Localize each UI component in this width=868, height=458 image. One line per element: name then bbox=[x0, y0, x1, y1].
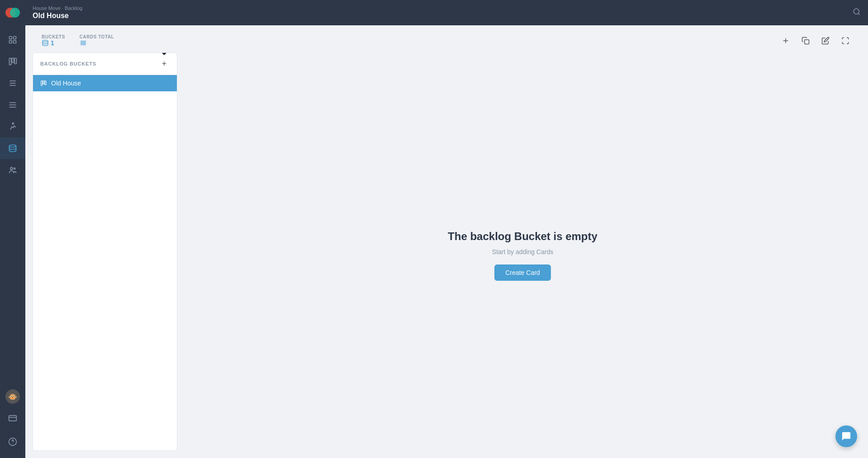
sidebar-item-list[interactable] bbox=[0, 72, 25, 94]
stat-buckets-value: 1 bbox=[42, 39, 54, 47]
toolbar bbox=[770, 29, 861, 52]
sidebar-item-activity[interactable] bbox=[0, 116, 25, 137]
empty-state-title: The backlog Bucket is empty bbox=[448, 230, 598, 243]
sidebar-item-team-settings[interactable] bbox=[0, 159, 25, 181]
add-bucket-tooltip: Add bucket bbox=[146, 52, 177, 53]
sidebar-item-backlog[interactable] bbox=[0, 137, 25, 159]
svg-rect-19 bbox=[9, 416, 17, 421]
top-area: BUCKETS 1 CARDS TOTAL bbox=[25, 25, 868, 52]
topbar-title: Old House bbox=[33, 11, 82, 20]
sidebar-item-dashboard[interactable] bbox=[0, 29, 25, 51]
bucket-item-name: Old House bbox=[51, 80, 170, 87]
create-card-button[interactable]: Create Card bbox=[494, 264, 550, 281]
add-card-button[interactable] bbox=[778, 33, 794, 49]
buckets-icon bbox=[42, 39, 49, 47]
svg-rect-31 bbox=[805, 40, 809, 44]
sidebar-item-help[interactable] bbox=[0, 431, 25, 453]
stat-cards-total: CARDS TOTAL bbox=[80, 34, 114, 47]
svg-rect-2 bbox=[9, 37, 12, 39]
bucket-item-icon bbox=[40, 80, 47, 86]
main-panel-empty: The backlog Bucket is empty Start by add… bbox=[177, 52, 868, 458]
bucket-item-old-house[interactable]: Old House bbox=[33, 75, 177, 91]
copy-button[interactable] bbox=[797, 33, 814, 49]
svg-rect-4 bbox=[9, 41, 12, 43]
svg-point-1 bbox=[10, 8, 20, 18]
svg-rect-32 bbox=[41, 81, 43, 86]
empty-state-subtitle: Start by adding Cards bbox=[492, 248, 553, 255]
svg-rect-7 bbox=[12, 58, 14, 63]
sidebar-bottom: 🐵 bbox=[0, 389, 25, 458]
svg-rect-33 bbox=[43, 81, 44, 84]
svg-rect-34 bbox=[45, 81, 46, 85]
svg-rect-8 bbox=[14, 58, 16, 64]
svg-rect-6 bbox=[9, 58, 11, 65]
fullscreen-button[interactable] bbox=[837, 33, 854, 49]
add-bucket-container: + Add bucket bbox=[159, 58, 170, 69]
buckets-panel: BACKLOG BUCKETS + Add bucket bbox=[33, 52, 177, 451]
svg-point-17 bbox=[10, 167, 13, 170]
stat-buckets-label: BUCKETS bbox=[42, 34, 65, 39]
stat-cards-value bbox=[80, 39, 89, 47]
sidebar-item-billing[interactable] bbox=[0, 407, 25, 429]
chat-bubble[interactable] bbox=[835, 425, 857, 447]
svg-point-24 bbox=[43, 40, 48, 42]
stat-cards-label: CARDS TOTAL bbox=[80, 34, 114, 39]
svg-point-16 bbox=[9, 145, 16, 147]
sidebar: 🐵 bbox=[0, 0, 25, 458]
svg-rect-3 bbox=[14, 37, 16, 39]
stat-buckets: BUCKETS 1 bbox=[42, 34, 65, 47]
svg-rect-5 bbox=[14, 41, 16, 43]
content-wrapper: BUCKETS 1 CARDS TOTAL bbox=[25, 25, 868, 458]
sidebar-nav bbox=[0, 25, 25, 389]
svg-point-15 bbox=[12, 123, 14, 124]
add-bucket-button[interactable]: + bbox=[159, 58, 170, 69]
user-avatar[interactable]: 🐵 bbox=[5, 389, 20, 404]
edit-button[interactable] bbox=[817, 33, 834, 49]
buckets-panel-title: BACKLOG BUCKETS bbox=[40, 61, 96, 66]
stats-bar: BUCKETS 1 CARDS TOTAL bbox=[33, 29, 123, 50]
svg-point-18 bbox=[14, 168, 15, 169]
cards-icon bbox=[80, 39, 87, 47]
svg-point-22 bbox=[854, 9, 859, 14]
logo[interactable] bbox=[0, 0, 25, 25]
sidebar-item-board[interactable] bbox=[0, 51, 25, 72]
svg-line-23 bbox=[858, 13, 859, 14]
topbar: House Move · Backlog Old House bbox=[25, 0, 868, 25]
search-icon[interactable] bbox=[853, 8, 861, 18]
bucket-list: Old House bbox=[33, 75, 177, 91]
body-layout: BACKLOG BUCKETS + Add bucket bbox=[25, 52, 868, 458]
main-area: House Move · Backlog Old House BUCKETS bbox=[25, 0, 868, 458]
sidebar-item-list-alt[interactable] bbox=[0, 94, 25, 116]
buckets-panel-header: BACKLOG BUCKETS + Add bucket bbox=[33, 53, 177, 75]
topbar-title-group: House Move · Backlog Old House bbox=[33, 5, 82, 20]
topbar-subtitle: House Move · Backlog bbox=[33, 5, 82, 11]
